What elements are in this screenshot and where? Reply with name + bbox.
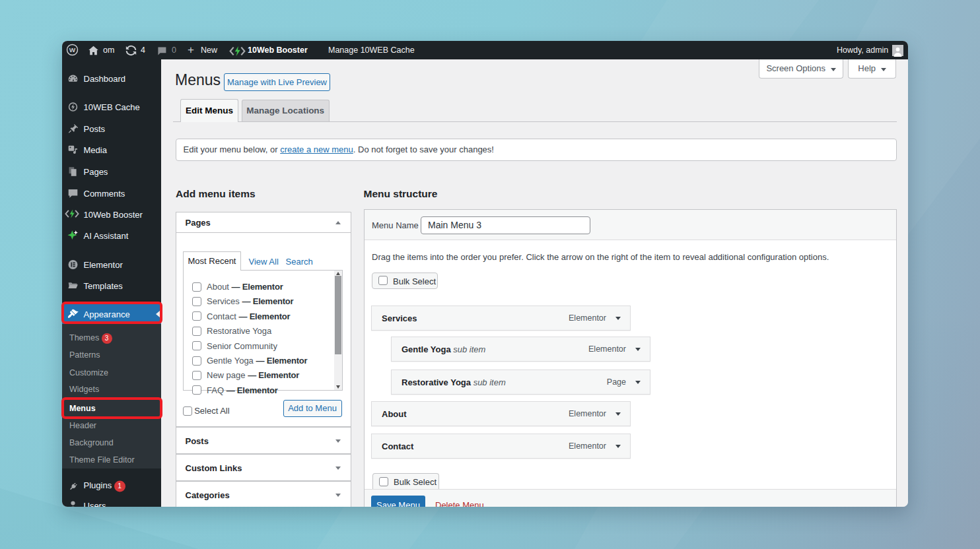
svg-text:W: W: [69, 46, 76, 53]
